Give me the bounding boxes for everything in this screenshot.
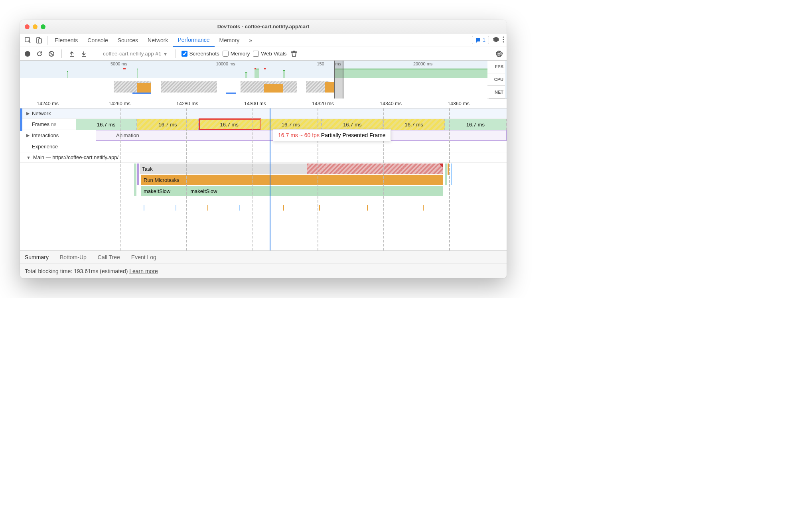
tab-elements[interactable]: Elements [50,33,83,47]
kebab-menu-icon[interactable] [503,36,504,44]
more-tabs-icon[interactable]: » [244,33,257,47]
svg-point-5 [503,41,504,42]
frame-item-selected[interactable]: 16.7 ms [199,119,260,130]
fps-bar [334,69,489,78]
separator [176,49,176,58]
expand-arrow-icon: ▼ [26,155,31,160]
settings-icon[interactable] [492,36,499,44]
details-tabs: Summary Bottom-Up Call Tree Event Log [20,250,507,264]
frame-item[interactable]: 16.7 ms [76,119,137,130]
total-blocking-time: Total blocking time: 193.61ms (estimated… [25,268,128,274]
track-group-indicator [20,108,22,131]
learn-more-link[interactable]: Learn more [129,268,158,274]
issues-count: 1 [483,37,485,43]
devtools-window: DevTools - coffee-cart.netlify.app/cart … [20,20,507,278]
tab-memory[interactable]: Memory [215,33,245,47]
overview-lane-labels: FPS CPU NET [487,61,505,99]
tab-performance[interactable]: Performance [173,33,214,47]
track-network[interactable]: ▶Network [20,108,507,119]
collapse-arrow-icon: ▶ [26,133,30,138]
flame-chart[interactable]: Task Run Microtasks makeItSlow makeItSlo… [96,163,507,199]
recording-name: coffee-cart.netlify.app #1 [103,51,162,57]
overview-cpu-lane [20,78,489,93]
tab-console[interactable]: Console [83,33,112,47]
upload-icon[interactable] [67,49,76,58]
window-controls [25,24,45,29]
titlebar: DevTools - coffee-cart.netlify.app/cart [20,20,507,33]
webvitals-checkbox-input[interactable] [253,51,259,57]
track-frames[interactable]: Frames ns 16.7 ms 16.7 ms 16.7 ms 16.7 m… [20,119,507,130]
svg-point-4 [503,39,504,40]
long-task-indicator-icon [439,164,443,167]
timeline-overview[interactable]: 5000 ms 10000 ms 150 ms 20000 ms [20,61,507,99]
track-main-header[interactable]: ▼Main — https://coffee-cart.netlify.app/ [20,152,507,163]
capture-settings-icon[interactable] [495,49,503,58]
chevron-down-icon: ▾ [164,51,167,57]
window-maximize-button[interactable] [41,24,45,29]
tab-bottomup[interactable]: Bottom-Up [60,254,87,260]
window-minimize-button[interactable] [33,24,37,29]
recording-selector[interactable]: coffee-cart.netlify.app #1 ▾ [100,51,170,57]
flame-microtasks[interactable]: Run Microtasks [141,175,443,185]
dropped-frame-marker [123,68,126,69]
tab-network[interactable]: Network [143,33,173,47]
tab-eventlog[interactable]: Event Log [131,254,156,260]
record-button[interactable] [23,49,32,58]
time-ruler[interactable]: 14240 ms 14260 ms 14280 ms 14300 ms 1432… [20,99,507,108]
overview-selection[interactable] [334,61,343,99]
tracks-area: ▶Network Frames ns 16.7 ms 16.7 ms 16.7 … [20,108,507,250]
device-toolbar-icon[interactable] [34,35,45,46]
webvitals-checkbox[interactable]: Web Vitals [253,51,286,57]
perf-toolbar: coffee-cart.netlify.app #1 ▾ Screenshots… [20,47,507,61]
frame-item[interactable]: 16.7 ms [383,119,445,130]
track-experience[interactable]: Experience [20,141,507,152]
tab-summary[interactable]: Summary [25,254,49,260]
overview-net-lane [20,93,489,99]
separator [61,49,62,58]
frame-item[interactable]: 16.7 ms [322,119,383,130]
separator [47,36,47,45]
playhead-cursor[interactable] [270,108,270,250]
svg-rect-2 [39,39,41,43]
inspect-icon[interactable] [22,35,34,46]
track-interactions[interactable]: ▶Interactions Animation 16.7 ms ~ 60 fps… [20,130,507,141]
memory-checkbox-input[interactable] [223,51,229,57]
memory-checkbox[interactable]: Memory [223,51,250,57]
window-close-button[interactable] [25,24,30,29]
window-title: DevTools - coffee-cart.netlify.app/cart [20,24,507,30]
overview-fps-lane [20,66,489,78]
frame-item[interactable]: 16.7 ms [137,119,199,130]
frame-tooltip: 16.7 ms ~ 60 fps Partially Presented Fra… [273,129,391,141]
screenshots-checkbox-input[interactable] [182,51,187,57]
trash-icon[interactable] [290,49,298,58]
collapse-arrow-icon: ▶ [26,111,30,116]
svg-point-3 [503,36,504,37]
flame-detail-area [20,199,507,250]
download-icon[interactable] [79,49,88,58]
reload-button[interactable] [35,49,44,58]
frame-item[interactable]: 16.7 ms [445,119,507,130]
screenshots-checkbox[interactable]: Screenshots [182,51,219,57]
clear-button[interactable] [47,49,56,58]
summary-footer: Total blocking time: 193.61ms (estimated… [20,264,507,278]
issues-badge[interactable]: 1 [472,36,489,44]
panel-tabs: Elements Console Sources Network Perform… [20,33,507,47]
tab-calltree[interactable]: Call Tree [98,254,120,260]
flame-task[interactable]: Task [140,164,443,174]
tab-list: Elements Console Sources Network Perform… [50,33,257,47]
separator [94,49,94,58]
flame-makeitslow[interactable]: makeItSlow makeItSlow [141,186,443,196]
tab-sources[interactable]: Sources [113,33,143,47]
